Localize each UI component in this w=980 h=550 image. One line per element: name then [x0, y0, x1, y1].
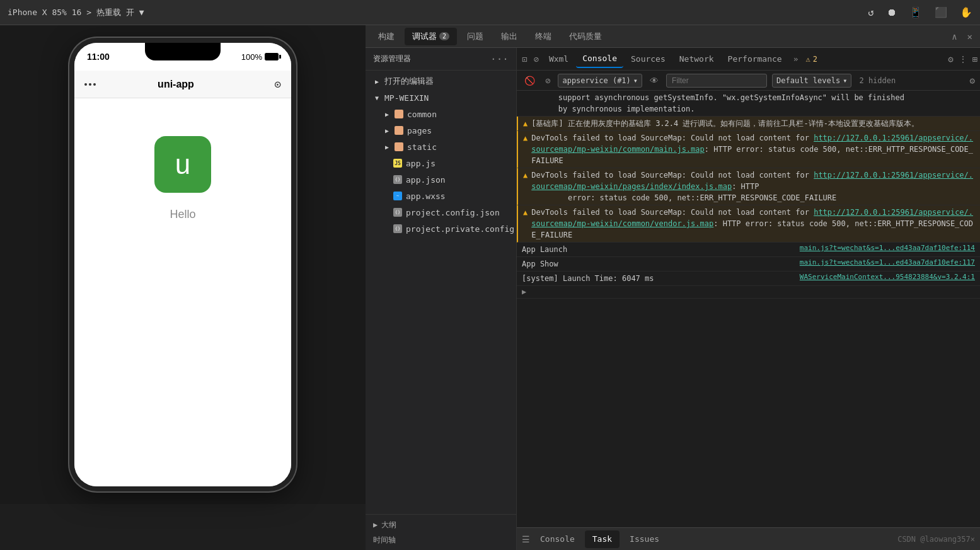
dt-tab-performance[interactable]: Performance	[722, 50, 788, 68]
devtools-tab-icons: ∧ ✕	[949, 29, 975, 44]
wxss-icon: ~	[393, 192, 402, 200]
dt-tab-console[interactable]: Console	[576, 50, 623, 68]
settings-gear-icon[interactable]: ⚙	[948, 54, 953, 64]
eye-icon[interactable]: 👁	[647, 74, 661, 87]
console-source-app-show[interactable]: main.js?t=wechat&s=1...ed43aa7daf10efe:1…	[800, 258, 975, 266]
outline-item-timeline[interactable]: 时间轴	[366, 532, 516, 547]
bottom-task-label: Task	[592, 534, 612, 544]
console-line-sourcemap3: ▲ DevTools failed to load SourceMap: Cou…	[517, 205, 980, 243]
caret-icon[interactable]: ▶	[522, 287, 526, 296]
prohibit-small-icon[interactable]: ⊘	[543, 74, 553, 87]
bottom-menu-icon[interactable]: ☰	[522, 534, 530, 544]
sourcemap-link-3[interactable]: http://127.0.0.1:25961/appservice/.sourc…	[531, 208, 973, 228]
dt-tab-wxml[interactable]: Wxml	[543, 50, 575, 68]
sourcemap-link-1[interactable]: http://127.0.0.1:25961/appservice/.sourc…	[531, 134, 973, 154]
more-vert-icon[interactable]: ⋮	[959, 54, 967, 64]
dt-tab-network[interactable]: Network	[673, 50, 720, 68]
tab-debugger-label: 调试器	[412, 31, 437, 42]
right-section: 构建 调试器 2 问题 输出 终端 代码质量 ∧ ✕	[366, 25, 980, 550]
filter-input[interactable]	[666, 74, 767, 88]
outline-item-outline[interactable]: ▶ 大纲	[366, 517, 516, 532]
battery-percent: 100%	[241, 52, 262, 62]
tab-issues-label: 问题	[467, 31, 483, 42]
devtools-inner-toolbar: ⊡ ⊘ Wxml Console Sources Network	[517, 48, 980, 71]
device-selector[interactable]: iPhone X 85% 16 >	[8, 8, 91, 17]
dt-more-icon[interactable]: »	[790, 54, 802, 64]
json-icon-project-config: {}	[393, 208, 402, 217]
folder-common-label: common	[407, 110, 437, 119]
hot-reload-toggle[interactable]: 热重载 开 ▼	[96, 7, 144, 18]
bottom-tab-task[interactable]: Task	[585, 530, 620, 548]
hand-icon[interactable]: ✋	[960, 6, 972, 18]
expand-arrow-static: ▶	[383, 143, 391, 151]
file-folder-common[interactable]: ▶ common	[366, 106, 516, 122]
appservice-arrow: ▾	[633, 76, 638, 85]
dock-icon[interactable]: ⊞	[972, 54, 977, 64]
file-app-json[interactable]: {} app.json	[366, 171, 516, 188]
tab-terminal[interactable]: 终端	[527, 28, 559, 45]
bottom-tab-issues[interactable]: Issues	[622, 530, 667, 548]
refresh-icon[interactable]: ↺	[868, 6, 874, 18]
folder-icon-common	[395, 110, 403, 118]
file-folder-pages[interactable]: ▶ pages	[366, 122, 516, 139]
camera-icon: ⊙	[274, 77, 281, 91]
console-text-app-show: App Show	[522, 258, 795, 270]
expand-arrow-common: ▶	[383, 110, 391, 118]
inspect-icon[interactable]: ⊡	[519, 54, 529, 64]
file-folder-static[interactable]: ▶ static	[366, 139, 516, 155]
sourcemap-link-2[interactable]: http://127.0.0.1:25961/appservice/.sourc…	[531, 171, 973, 191]
default-levels-arrow: ▾	[843, 76, 847, 85]
toolbar-icons: ↺ ⏺ 📱 ⬛ ✋	[868, 6, 972, 18]
mp-weixin-label: MP-WEIXIN	[384, 93, 429, 103]
open-editors-label: 打开的编辑器	[384, 76, 434, 87]
console-line-sourcemap2: ▲ DevTools failed to load SourceMap: Cou…	[517, 168, 980, 205]
phone-nav-bar: uni-app ⊙	[74, 71, 291, 98]
tab-build[interactable]: 构建	[371, 28, 402, 45]
prohibit-icon[interactable]: ⊘	[531, 54, 541, 64]
camera-btn[interactable]: ⊙	[256, 77, 281, 91]
debugger-badge: 2	[439, 32, 449, 40]
tab-code-quality[interactable]: 代码质量	[562, 28, 609, 45]
top-toolbar: iPhone X 85% 16 > 热重载 开 ▼ ↺ ⏺ 📱 ⬛ ✋	[0, 0, 980, 25]
dt-warning[interactable]: ⚠ 2	[806, 55, 817, 64]
layout-icon[interactable]: ⬛	[935, 6, 947, 18]
appservice-label: appservice (#1)	[562, 76, 630, 85]
dt-tab-sources[interactable]: Sources	[625, 50, 672, 68]
tab-issues[interactable]: 问题	[459, 28, 491, 45]
file-app-js[interactable]: JS app.js	[366, 155, 516, 171]
bottom-console-label: Console	[540, 534, 575, 544]
file-app-wxss[interactable]: ~ app.wxss	[366, 188, 516, 204]
file-explorer: 资源管理器 ··· ▶ 打开的编辑器 ▼ MP-WEIXIN	[366, 48, 517, 550]
console-text-sm2: DevTools failed to load SourceMap: Could…	[531, 169, 975, 203]
phone-time: 11:00	[87, 52, 110, 62]
clear-console-icon[interactable]: 🚫	[522, 74, 538, 87]
battery-icon	[265, 53, 279, 60]
app-js-label: app.js	[406, 159, 435, 168]
explorer-more-icon[interactable]: ···	[490, 53, 509, 65]
outline-label: 大纲	[381, 520, 396, 530]
appservice-selector[interactable]: appservice (#1) ▾	[558, 74, 642, 88]
console-line-sourcemap1: ▲ DevTools failed to load SourceMap: Cou…	[517, 131, 980, 168]
file-project-private-config[interactable]: {} project.private.config.json	[366, 221, 516, 237]
dt-network-label: Network	[679, 54, 714, 64]
file-section-open-editors[interactable]: ▶ 打开的编辑器	[366, 73, 516, 89]
csdn-label: CSDN @laowang357×	[897, 535, 975, 544]
warning-count: 2	[813, 55, 817, 64]
phone-panel: 11:00 100% uni-app	[0, 25, 366, 504]
close-icon[interactable]: ✕	[965, 29, 975, 44]
file-project-config[interactable]: {} project.config.json	[366, 204, 516, 221]
default-levels-selector[interactable]: Default levels ▾	[772, 74, 851, 88]
tab-output[interactable]: 输出	[493, 28, 525, 45]
console-source-launch-time[interactable]: WAServiceMainContext...954823884&v=3.2.4…	[800, 273, 975, 281]
tab-debugger[interactable]: 调试器 2	[405, 28, 457, 45]
chevron-up-icon[interactable]: ∧	[949, 29, 959, 44]
app-icon-letter: u	[175, 151, 190, 178]
console-source-app-launch[interactable]: main.js?t=wechat&s=1...ed43aa7daf10efe:1…	[800, 244, 975, 252]
file-section-mp-weixin[interactable]: ▼ MP-WEIXIN	[366, 89, 516, 106]
tab-output-label: 输出	[501, 31, 517, 42]
console-settings-icon[interactable]: ⚙	[970, 76, 975, 86]
phone-icon[interactable]: 📱	[909, 6, 922, 18]
app-title: uni-app	[158, 79, 194, 90]
bottom-tab-console[interactable]: Console	[533, 530, 582, 548]
record-icon[interactable]: ⏺	[887, 6, 897, 18]
